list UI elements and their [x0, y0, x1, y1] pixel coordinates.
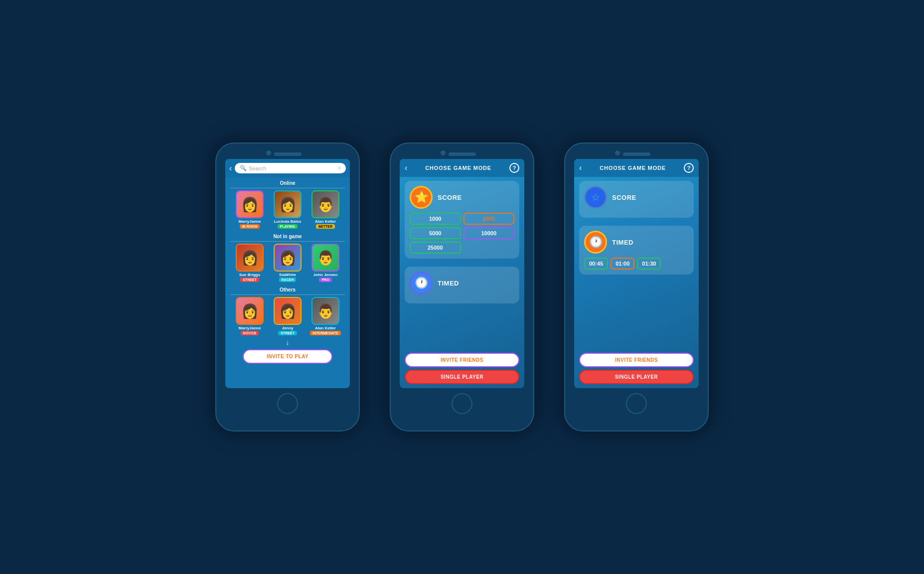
user-card-marryj2[interactable]: 👩 MarryJanne NOVICE — [232, 297, 267, 335]
user-badge-marryj: IN ROOM — [240, 224, 260, 229]
home-button-1[interactable] — [277, 393, 298, 414]
avatar-alan: 👨 — [312, 191, 338, 217]
user-card-lucinda[interactable]: 👩 Lucinda Bates PLAYING — [270, 190, 305, 229]
invite-to-play-button[interactable]: INVITE TO PLAY — [243, 349, 332, 364]
phone-1: ‹ 🔍 Search × Online 👩 MarryJanne IN ROOM — [215, 143, 360, 431]
phone-3: ‹ CHOOSE GAME MODE ? ☆ SCORE 🕐 TIMED 00:… — [564, 143, 709, 431]
screen3-title: CHOOSE GAME MODE — [582, 165, 684, 171]
avatar-wrap-marryj2: 👩 — [236, 297, 264, 325]
section-notingame-label: Not in game — [225, 234, 350, 239]
score-icon-2: ⭐ — [410, 186, 433, 209]
bottom-buttons-3: INVITE FRIENDS SINGLE PLAYER — [579, 353, 694, 388]
user-card-sia[interactable]: 👩 SiaWhite RACER — [270, 244, 305, 282]
phone-screen-2: ‹ CHOOSE GAME MODE ? ⭐ SCORE 1000 2000 5… — [400, 159, 524, 388]
user-badge-lucinda: PLAYING — [278, 224, 298, 229]
score-section-2: ⭐ SCORE 1000 2000 5000 10000 25000 — [405, 181, 519, 259]
user-badge-sue: STREET — [240, 278, 259, 282]
section-others-label: Others — [225, 287, 350, 292]
user-badge-jenny: STREET — [278, 331, 297, 335]
back-button-1[interactable]: ‹ — [229, 164, 232, 172]
avatar-sue: 👩 — [237, 245, 263, 271]
timed-section-3: 🕐 TIMED 00:45 01:00 01:30 — [579, 226, 694, 275]
screen3-header: ‹ CHOOSE GAME MODE ? — [574, 159, 699, 177]
user-badge-john: PRO — [319, 278, 331, 282]
phone-camera-1 — [266, 150, 271, 155]
score-header-2: ⭐ SCORE — [410, 186, 514, 209]
single-player-button-3[interactable]: SINGLE PLAYER — [579, 370, 694, 384]
avatar-wrap-sue: 👩 — [236, 244, 264, 272]
user-name-alan: Alan Keller — [315, 219, 336, 224]
invite-friends-button-3[interactable]: INVITE FRIENDS — [579, 353, 694, 367]
user-name-marryj2: MarryJanne — [239, 326, 261, 330]
user-card-alan2[interactable]: 👨 Alan Keller INTERMEDIATE — [308, 297, 343, 335]
screen2-title: CHOOSE GAME MODE — [407, 165, 509, 171]
user-name-alan2: Alan Keller — [315, 326, 336, 330]
avatar-wrap-marryj: 👩 — [236, 190, 264, 218]
time-opt-0130[interactable]: 01:30 — [637, 258, 661, 270]
avatar-marryj: 👩 — [237, 191, 263, 217]
screen1-header: ‹ 🔍 Search × — [225, 159, 350, 177]
avatar-john: 👨 — [312, 245, 338, 271]
score-label-2: SCORE — [438, 194, 462, 201]
score-opt-10000[interactable]: 10000 — [463, 227, 515, 239]
timed-header-3: 🕐 TIMED — [584, 231, 689, 254]
search-clear-icon[interactable]: × — [338, 165, 341, 171]
time-opt-0045[interactable]: 00:45 — [584, 258, 608, 270]
section-online-label: Online — [225, 180, 350, 186]
user-card-alan[interactable]: 👨 Alan Keller BETTER — [308, 190, 343, 229]
timed-icon-2: 🕐 — [410, 272, 433, 294]
section-divider-online — [230, 188, 345, 188]
timed-icon-3: 🕐 — [584, 231, 607, 254]
phones-container: ‹ 🔍 Search × Online 👩 MarryJanne IN ROOM — [215, 143, 709, 431]
single-player-button-2[interactable]: SINGLE PLAYER — [405, 370, 519, 384]
phone-camera-3 — [615, 150, 620, 155]
user-card-marryj[interactable]: 👩 MarryJanne IN ROOM — [232, 190, 267, 229]
user-badge-sia: RACER — [279, 278, 297, 282]
user-name-lucinda: Lucinda Bates — [274, 219, 302, 224]
score-icon-3: ☆ — [584, 186, 607, 209]
phone-screen-3: ‹ CHOOSE GAME MODE ? ☆ SCORE 🕐 TIMED 00:… — [574, 159, 699, 388]
user-name-john: John Jensen — [313, 273, 338, 277]
time-opt-0100[interactable]: 01:00 — [611, 258, 634, 270]
help-button-3[interactable]: ? — [684, 163, 694, 173]
avatar-jenny: 👩 — [275, 298, 301, 324]
avatar-sia: 👩 — [275, 245, 301, 271]
bottom-buttons-2: INVITE FRIENDS SINGLE PLAYER — [405, 353, 519, 388]
user-card-john[interactable]: 👨 John Jensen PRO — [308, 244, 343, 282]
online-users-row: 👩 MarryJanne IN ROOM 👩 Lucinda Bates PLA… — [225, 190, 350, 229]
avatar-lucinda: 👩 — [275, 191, 301, 217]
search-icon: 🔍 — [240, 165, 247, 171]
score-section-3: ☆ SCORE — [579, 181, 694, 218]
search-placeholder: Search — [249, 165, 336, 171]
avatar-marryj2: 👩 — [237, 298, 263, 324]
avatar-wrap-sia: 👩 — [274, 244, 302, 272]
others-users-row: 👩 MarryJanne NOVICE 👩 Jenny STREET 👨 — [225, 297, 350, 335]
user-card-jenny[interactable]: 👩 Jenny STREET — [270, 297, 305, 335]
time-options-3: 00:45 01:00 01:30 — [584, 258, 689, 270]
avatar-wrap-lucinda: 👩 — [274, 190, 302, 218]
score-opt-25000[interactable]: 25000 — [410, 242, 461, 254]
search-bar[interactable]: 🔍 Search × — [235, 163, 346, 173]
phone-speaker-3 — [623, 152, 650, 156]
avatar-wrap-john: 👨 — [311, 244, 339, 272]
avatar-wrap-alan2: 👨 — [311, 297, 339, 325]
user-name-sia: SiaWhite — [279, 273, 296, 277]
timed-header-2: 🕐 TIMED — [410, 272, 514, 294]
timed-label-2: TIMED — [438, 280, 459, 287]
score-opt-2000[interactable]: 2000 — [463, 213, 515, 225]
section-divider-notingame — [230, 241, 345, 242]
invite-friends-button-2[interactable]: INVITE FRIENDS — [405, 353, 519, 367]
home-button-3[interactable] — [626, 393, 647, 414]
help-button-2[interactable]: ? — [509, 163, 519, 173]
home-button-2[interactable] — [452, 393, 472, 414]
score-label-3: SCORE — [612, 194, 636, 201]
user-badge-marryj2: NOVICE — [241, 331, 259, 335]
score-options-2: 1000 2000 5000 10000 25000 — [410, 213, 514, 254]
user-name-sue: Sue Briggs — [239, 273, 260, 277]
user-card-sue[interactable]: 👩 Sue Briggs STREET — [232, 244, 267, 282]
user-name-marryj: MarryJanne — [239, 219, 261, 224]
score-opt-5000[interactable]: 5000 — [410, 227, 461, 239]
avatar-alan2: 👨 — [312, 298, 338, 324]
score-opt-1000[interactable]: 1000 — [410, 213, 461, 225]
phone-camera-2 — [441, 150, 446, 155]
